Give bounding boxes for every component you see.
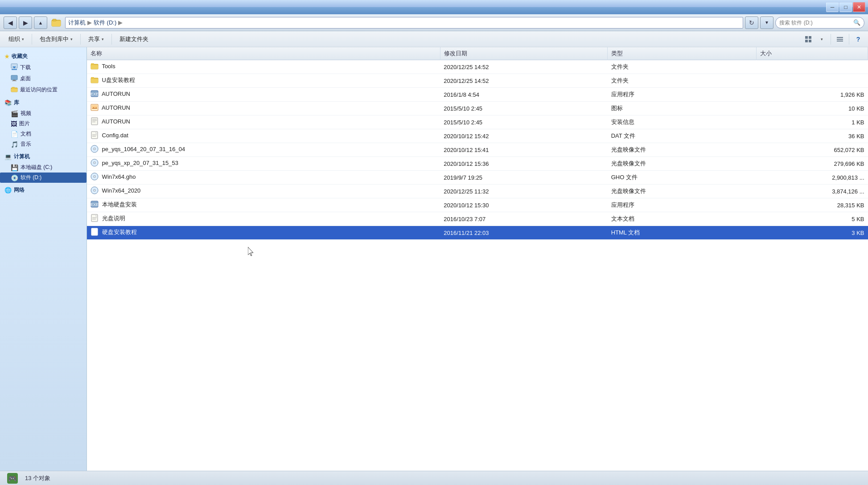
- toolbar-separator-4: [831, 34, 831, 45]
- help-button[interactable]: ?: [852, 33, 864, 45]
- close-button[interactable]: ✕: [853, 2, 865, 12]
- file-size: 2,900,813 ...: [756, 171, 868, 185]
- table-row[interactable]: 硬盘安装教程 2016/11/21 22:03 HTML 文档 3 KB: [87, 226, 868, 240]
- file-date: 2020/12/25 14:52: [440, 60, 607, 74]
- back-button[interactable]: ◀: [4, 16, 17, 29]
- table-row[interactable]: 光盘说明 2016/10/23 7:07 文本文档 5 KB: [87, 212, 868, 226]
- table-row[interactable]: Win7x64.gho 2019/9/7 19:25 GHO 文件 2,900,…: [87, 171, 868, 185]
- view-arrow-button[interactable]: ▾: [815, 33, 828, 45]
- col-header-size[interactable]: 大小: [756, 47, 868, 60]
- file-type-icon: [91, 228, 99, 238]
- file-size: 3,874,126 ...: [756, 185, 868, 198]
- svg-rect-59: [92, 233, 95, 233]
- svg-rect-30: [91, 118, 98, 125]
- include-library-button[interactable]: 包含到库中 ▾: [35, 33, 78, 45]
- sidebar-item-docs[interactable]: 📄 文档: [0, 129, 86, 139]
- forward-button[interactable]: ▶: [19, 16, 32, 29]
- minimize-button[interactable]: ─: [826, 2, 839, 12]
- svg-point-40: [94, 148, 95, 150]
- table-row[interactable]: Config.dat 2020/10/12 15:42 DAT 文件 36 KB: [87, 129, 868, 143]
- sidebar-item-video[interactable]: 🎬 视频: [0, 108, 86, 119]
- desktop-label: 桌面: [20, 75, 31, 82]
- sidebar-item-recent[interactable]: 最近访问的位置: [0, 84, 86, 95]
- detail-view-button[interactable]: [834, 33, 846, 45]
- svg-text:🎮: 🎮: [8, 474, 17, 483]
- view-toggle-button[interactable]: [802, 33, 815, 45]
- toolbar-separator-1: [32, 34, 32, 45]
- sidebar-item-desktop[interactable]: 桌面: [0, 73, 86, 84]
- file-type: 光盘映像文件: [608, 143, 757, 157]
- up-button[interactable]: ▲: [34, 16, 47, 29]
- file-size: [756, 60, 868, 74]
- table-row[interactable]: Win7x64_2020 2020/12/25 11:32 光盘映像文件 3,8…: [87, 185, 868, 198]
- table-row[interactable]: Tools 2020/12/25 14:52 文件夹: [87, 60, 868, 74]
- col-header-date[interactable]: 修改日期: [440, 47, 607, 60]
- sidebar-item-c-drive[interactable]: 💾 本地磁盘 (C:): [0, 162, 86, 173]
- include-label: 包含到库中: [40, 35, 69, 43]
- docs-label: 文档: [21, 130, 31, 138]
- table-row[interactable]: EXE 本地硬盘安装 2020/10/12 15:30 应用程序 28,315 …: [87, 198, 868, 212]
- file-type: DAT 文件: [608, 129, 757, 143]
- file-name: EXE AUTORUN: [87, 88, 440, 102]
- view-buttons: ▾ ?: [802, 33, 864, 45]
- sidebar-item-downloads[interactable]: 下载: [0, 62, 86, 73]
- file-type: 安装信息: [608, 115, 757, 129]
- file-size: [756, 74, 868, 88]
- share-button[interactable]: 共享 ▾: [83, 33, 109, 45]
- sidebar-item-music[interactable]: 🎵 音乐: [0, 139, 86, 149]
- refresh-button[interactable]: ↻: [745, 16, 758, 29]
- search-input[interactable]: [779, 20, 852, 26]
- file-size: 10 KB: [756, 102, 868, 115]
- file-name: AUTORUN: [87, 115, 440, 129]
- library-header[interactable]: 📚 库: [0, 97, 86, 108]
- file-size: 3 KB: [756, 226, 868, 240]
- toolbar-separator-5: [849, 34, 849, 45]
- toolbar-separator-3: [111, 34, 112, 45]
- table-row[interactable]: AUTORUN 2015/5/10 2:45 图标 10 KB: [87, 102, 868, 115]
- recent-icon: [11, 86, 18, 94]
- computer-header[interactable]: 💻 计算机: [0, 151, 86, 162]
- svg-rect-8: [837, 39, 843, 40]
- svg-rect-23: [91, 79, 98, 83]
- table-row[interactable]: pe_yqs_1064_20_07_31_16_04 2020/10/12 15…: [87, 143, 868, 157]
- svg-rect-4: [809, 36, 811, 39]
- svg-rect-12: [12, 69, 17, 70]
- path-drive[interactable]: 软件 (D:): [94, 19, 116, 27]
- maximize-button[interactable]: □: [839, 2, 852, 12]
- table-row[interactable]: pe_yqs_xp_20_07_31_15_53 2020/10/12 15:3…: [87, 157, 868, 171]
- favorites-label: 收藏夹: [12, 53, 28, 60]
- network-header[interactable]: 🌐 网络: [0, 185, 86, 196]
- file-date: 2020/10/12 15:42: [440, 129, 607, 143]
- svg-rect-37: [92, 136, 96, 136]
- col-header-name[interactable]: 名称: [87, 47, 440, 60]
- location-icon: [49, 16, 63, 30]
- dropdown-button[interactable]: ▼: [760, 16, 773, 29]
- search-box[interactable]: 🔍: [775, 17, 864, 29]
- file-date: 2020/12/25 14:52: [440, 74, 607, 88]
- file-type: 文件夹: [608, 60, 757, 74]
- svg-rect-33: [92, 122, 95, 122]
- svg-rect-32: [92, 120, 97, 121]
- d-drive-label: 软件 (D:): [21, 174, 41, 181]
- file-list: 名称 修改日期 类型 大小 Tools 2020/12/25 14:52 文件夹…: [87, 47, 868, 240]
- path-computer[interactable]: 计算机: [68, 19, 86, 27]
- organize-button[interactable]: 组织 ▾: [4, 33, 29, 45]
- new-folder-button[interactable]: 新建文件夹: [115, 33, 153, 45]
- file-type: GHO 文件: [608, 171, 757, 185]
- address-path[interactable]: 计算机 ▶ 软件 (D:) ▶: [65, 17, 743, 29]
- file-name: U盘安装教程: [87, 74, 440, 88]
- svg-rect-14: [13, 80, 16, 81]
- computer-label: 计算机: [14, 153, 30, 160]
- table-row[interactable]: AUTORUN 2015/5/10 2:45 安装信息 1 KB: [87, 115, 868, 129]
- file-size: 652,072 KB: [756, 143, 868, 157]
- table-row[interactable]: EXE AUTORUN 2016/1/8 4:54 应用程序 1,926 KB: [87, 88, 868, 102]
- toolbar-separator-2: [80, 34, 81, 45]
- svg-rect-58: [92, 231, 97, 232]
- sidebar-item-images[interactable]: 🖼 图片: [0, 119, 86, 129]
- file-type-icon: [91, 131, 99, 141]
- col-header-type[interactable]: 类型: [608, 47, 757, 60]
- sidebar-item-d-drive[interactable]: 💿 软件 (D:): [0, 173, 86, 183]
- table-row[interactable]: U盘安装教程 2020/12/25 14:52 文件夹: [87, 74, 868, 88]
- favorites-header[interactable]: ★ 收藏夹: [0, 51, 86, 62]
- downloads-icon: [11, 63, 18, 72]
